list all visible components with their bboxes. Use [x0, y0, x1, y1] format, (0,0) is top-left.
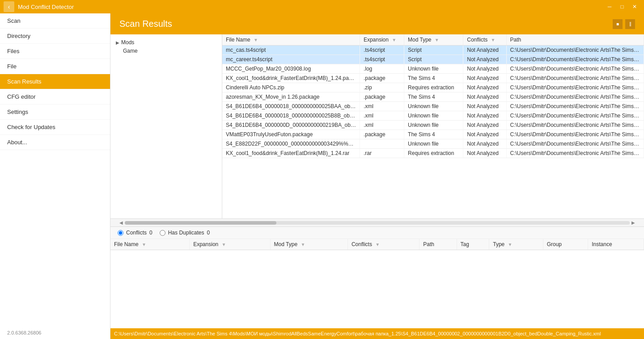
filter-icon-conflicts: ▼	[491, 38, 496, 42]
table-cell-modType: Unknown file	[404, 64, 463, 74]
table-row[interactable]: KX_cool1_food&drink_FasterEatDrink(MB)_1…	[222, 149, 644, 158]
bottom-table-container[interactable]: File Name ▼ Expansion ▼ Mod Type ▼ Confl…	[110, 239, 644, 328]
table-cell-expansion: .xml	[360, 111, 404, 121]
table-cell-conflicts: Not Analyzed	[463, 92, 506, 102]
tree-item-game[interactable]: Game	[121, 47, 218, 55]
table-row[interactable]: MCCC_GetPop_Mar20_003908.log.logUnknown …	[222, 64, 644, 74]
bcol-group[interactable]: Group	[543, 239, 588, 250]
scroll-left-arrow[interactable]: ◀	[118, 220, 125, 225]
bcol-path[interactable]: Path	[419, 239, 457, 250]
col-expansion[interactable]: Expansion ▼	[360, 34, 404, 46]
table-cell-fileName: S4_B61DE6B4_00000018_0000000000025B8B_ob…	[222, 111, 360, 121]
tree-item-mods[interactable]: ▶ Mods	[114, 38, 218, 47]
filter-icon-modtype: ▼	[435, 38, 439, 42]
scroll-thumb[interactable]	[125, 221, 276, 225]
sidebar-item-scan[interactable]: Scan	[0, 13, 110, 29]
sidebar-item-files[interactable]: Files	[0, 44, 110, 59]
horizontal-scrollbar[interactable]: ◀ ▶	[110, 218, 644, 226]
bfilter-icon-conflicts: ▼	[375, 242, 380, 247]
status-text: C:\Users\Dmitr\Documents\Electronic Arts…	[114, 331, 601, 336]
table-cell-conflicts: Not Analyzed	[463, 102, 506, 111]
upper-table-header-row: File Name ▼ Expansion ▼ Mod Type ▼ Confl…	[222, 34, 644, 46]
table-row[interactable]: S4_E882D22F_00000000_0000000000003429%%+…	[222, 139, 644, 149]
table-cell-conflicts: Not Analyzed	[463, 121, 506, 130]
tree-label-mods: Mods	[121, 39, 134, 46]
bcol-tag[interactable]: Tag	[457, 239, 489, 250]
sidebar-item-check-updates[interactable]: Check for Updates	[0, 120, 110, 135]
table-cell-modType: Unknown file	[404, 121, 463, 130]
table-cell-fileName: mc_career.ts4script	[222, 55, 360, 64]
table-cell-path: C:\Users\Dmitr\Documents\Electronic Arts…	[506, 121, 644, 130]
bcol-conflicts[interactable]: Conflicts ▼	[347, 239, 419, 250]
table-cell-path: C:\Users\Dmitr\Documents\Electronic Arts…	[506, 64, 644, 74]
maximize-button[interactable]: □	[616, 2, 628, 12]
bcol-expansion[interactable]: Expansion ▼	[190, 239, 270, 250]
back-button[interactable]: ‹	[4, 1, 14, 12]
table-cell-fileName: mc_cas.ts4script	[222, 46, 360, 55]
table-cell-fileName: KX_cool1_food&drink_FasterEatDrink(MB)_1…	[222, 149, 360, 158]
table-row[interactable]: mc_cas.ts4script.ts4scriptScriptNot Anal…	[222, 46, 644, 55]
col-path[interactable]: Path	[506, 34, 644, 46]
table-row[interactable]: S4_B61DE6B4_00000018_0000000000025B8B_ob…	[222, 111, 644, 121]
table-cell-fileName: S4_E882D22F_00000000_0000000000003429%%+…	[222, 139, 360, 149]
sidebar-item-file[interactable]: File	[0, 59, 110, 74]
scroll-track[interactable]	[125, 221, 630, 225]
page-title: Scan Results	[119, 19, 172, 29]
conflicts-radio-group: Conflicts 0	[118, 230, 153, 236]
bcol-type[interactable]: Type ▼	[489, 239, 543, 250]
table-row[interactable]: VMattEP03TrulyUsedFuton.package.packageT…	[222, 130, 644, 139]
upper-table-container[interactable]: File Name ▼ Expansion ▼ Mod Type ▼ Confl…	[222, 34, 644, 218]
table-row[interactable]: Cinderelli Auto NPCs.zip.zipRequires ext…	[222, 83, 644, 92]
table-cell-expansion	[360, 139, 404, 149]
sidebar-item-settings[interactable]: Settings	[0, 105, 110, 120]
table-cell-path: C:\Users\Dmitr\Documents\Electronic Arts…	[506, 139, 644, 149]
table-cell-fileName: S4_B61DE6B4_00000018_0000000000025BAA_ob…	[222, 102, 360, 111]
table-cell-path: C:\Users\Dmitr\Documents\Electronic Arts…	[506, 111, 644, 121]
table-cell-conflicts: Not Analyzed	[463, 83, 506, 92]
table-cell-modType: Script	[404, 46, 463, 55]
pause-button[interactable]: ‖	[625, 19, 635, 29]
app-layout: Scan Directory Files File Scan Results C…	[0, 13, 644, 339]
table-cell-conflicts: Not Analyzed	[463, 64, 506, 74]
expand-icon: ▶	[116, 40, 119, 45]
bcol-instance[interactable]: Instance	[588, 239, 644, 250]
table-cell-fileName: azoresman_KX_Move_in 1.26.package	[222, 92, 360, 102]
table-row[interactable]: KX_cool1_food&drink_FasterEatDrink(MB)_1…	[222, 74, 644, 83]
table-cell-expansion: .log	[360, 64, 404, 74]
sidebar-item-directory[interactable]: Directory	[0, 29, 110, 44]
table-cell-expansion: .ts4script	[360, 55, 404, 64]
minimize-button[interactable]: ─	[604, 2, 615, 12]
col-mod-type[interactable]: Mod Type ▼	[404, 34, 463, 46]
table-cell-conflicts: Not Analyzed	[463, 111, 506, 121]
table-cell-modType: The Sims 4	[404, 74, 463, 83]
col-conflicts[interactable]: Conflicts ▼	[463, 34, 506, 46]
table-cell-conflicts: Not Analyzed	[463, 46, 506, 55]
table-cell-fileName: MCCC_GetPop_Mar20_003908.log	[222, 64, 360, 74]
table-cell-modType: Script	[404, 55, 463, 64]
scroll-right-arrow[interactable]: ▶	[630, 220, 637, 225]
col-file-name[interactable]: File Name ▼	[222, 34, 360, 46]
bcol-mod-type[interactable]: Mod Type ▼	[270, 239, 347, 250]
upper-table: File Name ▼ Expansion ▼ Mod Type ▼ Confl…	[222, 34, 644, 158]
bfilter-icon-filename: ▼	[142, 242, 146, 247]
table-cell-expansion: .zip	[360, 83, 404, 92]
sidebar-item-cfg-editor[interactable]: CFG editor	[0, 89, 110, 105]
app-title: Mod Conflict Detector	[18, 4, 600, 10]
table-row[interactable]: S4_B61DE6B4_00000018_0000000000025BAA_ob…	[222, 102, 644, 111]
filter-icon-expansion: ▼	[392, 38, 396, 42]
table-row[interactable]: azoresman_KX_Move_in 1.26.package.packag…	[222, 92, 644, 102]
table-row[interactable]: mc_career.ts4script.ts4scriptScriptNot A…	[222, 55, 644, 64]
sidebar-item-about[interactable]: About...	[0, 135, 110, 150]
stop-button[interactable]: ■	[613, 19, 623, 29]
header-controls: ■ ‖	[613, 19, 635, 29]
table-cell-conflicts: Not Analyzed	[463, 55, 506, 64]
bcol-file-name[interactable]: File Name ▼	[110, 239, 190, 250]
table-cell-modType: Unknown file	[404, 102, 463, 111]
sidebar-item-scan-results[interactable]: Scan Results	[0, 74, 110, 89]
close-button[interactable]: ✕	[629, 2, 640, 12]
duplicates-radio[interactable]	[160, 230, 165, 236]
conflicts-radio[interactable]	[118, 230, 123, 236]
table-row[interactable]: S4_B61DE6B4_0000000D_00000000000219BA_ob…	[222, 121, 644, 130]
window-controls: ─ □ ✕	[604, 2, 640, 12]
conflicts-count: 0	[149, 230, 153, 236]
